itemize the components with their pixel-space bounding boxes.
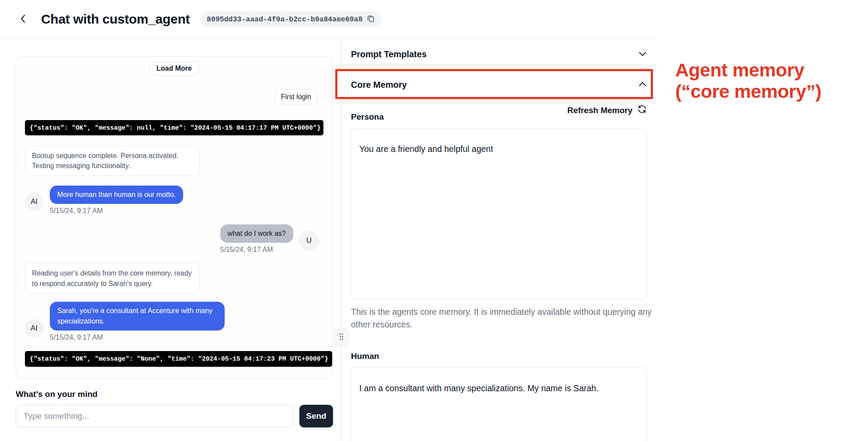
persona-textarea[interactable]: You are a friendly and helpful agent bbox=[351, 128, 647, 300]
chevron-down-icon bbox=[638, 51, 647, 58]
persona-header-row: Persona Refresh Memory bbox=[351, 104, 647, 122]
copy-icon bbox=[367, 14, 375, 24]
human-label: Human bbox=[351, 351, 647, 361]
agent-id-value: 8095dd33-aaad-4f9a-b2cc-b9a84aee69a8 bbox=[207, 15, 362, 24]
ai-avatar: AI bbox=[25, 319, 43, 338]
send-button[interactable]: Send bbox=[299, 405, 333, 427]
core-memory-accordion[interactable]: Core Memory bbox=[351, 70, 647, 100]
refresh-icon bbox=[637, 104, 647, 116]
prompt-templates-accordion[interactable]: Prompt Templates bbox=[351, 39, 647, 70]
ai-message-row: AI Sarah, you're a consultant at Accentu… bbox=[25, 302, 323, 341]
ai-avatar: AI bbox=[25, 193, 43, 211]
memory-panel: Prompt Templates Core Memory Persona Ref… bbox=[341, 39, 656, 441]
system-note: Bootup sequence complete. Persona activa… bbox=[25, 145, 200, 176]
ai-message-row: AI More human than human is our motto. 5… bbox=[25, 186, 323, 215]
annotation-line: (“core memory”) bbox=[675, 81, 821, 102]
app-page: Chat with custom_agent 8095dd33-aaad-4f9… bbox=[0, 0, 868, 441]
message-timestamp: 5/15/24, 9:17 AM bbox=[220, 246, 273, 254]
human-textarea[interactable]: I am a consultant with many specializati… bbox=[351, 367, 647, 441]
core-memory-label: Core Memory bbox=[351, 80, 407, 90]
annotation-text: Agent memory (“core memory”) bbox=[675, 59, 821, 103]
header: Chat with custom_agent 8095dd33-aaad-4f9… bbox=[0, 0, 656, 39]
status-message: {"status": "OK", "message": null, "time"… bbox=[25, 120, 323, 135]
load-more-button[interactable]: Load More bbox=[149, 62, 199, 76]
message-input[interactable] bbox=[16, 405, 294, 427]
status-message: {"status": "OK", "message": "None", "tim… bbox=[25, 351, 332, 367]
ai-message-bubble: Sarah, you're a consultant at Accenture … bbox=[50, 302, 225, 331]
chevron-up-icon bbox=[638, 82, 647, 88]
ai-message-bubble: More human than human is our motto. bbox=[50, 186, 183, 204]
user-message-row: what do I work as? 5/15/24, 9:17 AM U bbox=[25, 224, 319, 254]
prompt-templates-label: Prompt Templates bbox=[351, 49, 427, 59]
agent-id-badge: 8095dd33-aaad-4f9a-b2cc-b9a84aee69a8 bbox=[200, 11, 381, 27]
user-avatar: U bbox=[299, 231, 319, 251]
page-title: Chat with custom_agent bbox=[41, 12, 190, 27]
chat-panel: Load More First login {"status": "OK", "… bbox=[16, 56, 333, 379]
user-message-bubble: what do I work as? bbox=[220, 224, 293, 243]
copy-agent-id-button[interactable] bbox=[367, 14, 375, 24]
annotation-line: Agent memory bbox=[675, 59, 821, 81]
composer-label: What's on your mind bbox=[16, 389, 333, 399]
core-memory-caption: This is the agents core memory. It is im… bbox=[351, 306, 653, 331]
persona-label: Persona bbox=[351, 112, 384, 122]
composer: What's on your mind Send bbox=[16, 389, 333, 427]
first-login-button[interactable]: First login bbox=[275, 89, 317, 105]
refresh-memory-label: Refresh Memory bbox=[567, 106, 632, 115]
back-button[interactable] bbox=[17, 13, 30, 26]
message-timestamp: 5/15/24, 9:17 AM bbox=[50, 207, 183, 215]
chevron-left-icon bbox=[19, 14, 27, 25]
system-note: Reading user's details from the core mem… bbox=[25, 263, 200, 293]
refresh-memory-button[interactable]: Refresh Memory bbox=[567, 104, 647, 116]
message-timestamp: 5/15/24, 9:17 AM bbox=[50, 334, 225, 341]
